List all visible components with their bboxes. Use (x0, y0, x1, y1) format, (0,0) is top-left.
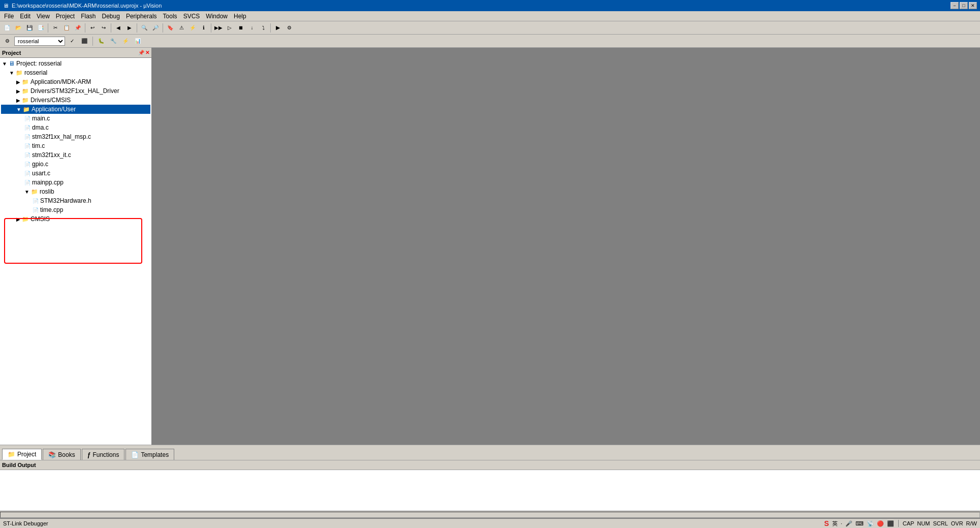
sim-btn[interactable]: ▶▶ (213, 23, 224, 33)
build-all-btn[interactable]: ⚙ (284, 23, 294, 33)
new-file-btn[interactable]: 📄 (2, 23, 12, 33)
dbg3-btn[interactable]: 📊 (133, 36, 143, 46)
status-debugger: ST-Link Debugger (3, 520, 48, 526)
tab-functions[interactable]: ƒ Functions (82, 449, 125, 460)
save-all-btn[interactable]: 📑 (36, 23, 46, 33)
menu-tools[interactable]: Tools (160, 12, 180, 21)
flash-btn[interactable]: ⚡ (120, 36, 131, 46)
build-scroll-area[interactable] (0, 511, 980, 518)
tab-books-icon: 📚 (48, 451, 56, 458)
tab-project-icon: 📁 (8, 451, 15, 458)
tree-node-stm32-msp[interactable]: 📄 stm32f1xx_hal_msp.c (1, 132, 150, 141)
tree-node-gpio-c[interactable]: 📄 gpio.c (1, 160, 150, 169)
menu-debug[interactable]: Debug (99, 12, 123, 21)
tree-node-drivers-cmsis[interactable]: ▶ 📁 Drivers/CMSIS (1, 96, 150, 105)
close-panel-icon[interactable]: ✕ (145, 50, 149, 55)
tree-label-drivers-stm32: Drivers/STM32F1xx_HAL_Driver (30, 87, 119, 95)
tab-templates[interactable]: 📄 Templates (125, 449, 174, 460)
project-icon: 🖥 (9, 60, 15, 67)
menu-help[interactable]: Help (231, 12, 249, 21)
tree-node-stm32hw[interactable]: 📄 STM32Hardware.h (1, 196, 150, 205)
tree-node-roslib[interactable]: ▼ 📁 roslib (1, 187, 150, 196)
tree-node-tim-c[interactable]: 📄 tim.c (1, 141, 150, 150)
file-icon4: 📄 (24, 143, 30, 149)
tree-node-cmsis[interactable]: ▶ 📁 CMSIS (1, 214, 150, 224)
tree-label-time-cpp: time.cpp (40, 206, 63, 213)
nav-back-btn[interactable]: ◀ (113, 23, 123, 33)
undo-btn[interactable]: ↩ (87, 23, 98, 33)
project-panel-title: Project (2, 50, 21, 56)
project-header: Project 📌 ✕ (0, 48, 151, 58)
tree-node-rosserial[interactable]: ▼ 📁 rosserial (1, 68, 150, 77)
tree-node-app-mdk[interactable]: ▶ 📁 Application/MDK-ARM (1, 77, 150, 86)
maximize-button[interactable]: □ (960, 2, 968, 9)
tree-label-cmsis: CMSIS (30, 215, 50, 223)
tree-node-stm32-it[interactable]: 📄 stm32f1xx_it.c (1, 150, 150, 160)
find2-btn[interactable]: 🔎 (150, 23, 161, 33)
pin-icon[interactable]: 📌 (138, 50, 144, 55)
title-text: 🖥 E:\workspace\rosserial\MDK-ARM\rosseri… (3, 3, 162, 9)
open-btn[interactable]: 📂 (13, 23, 23, 33)
build2-btn[interactable]: ⬛ (79, 36, 89, 46)
menu-view[interactable]: View (34, 12, 53, 21)
status-rw: R/W (966, 520, 977, 526)
run-btn[interactable]: ▷ (225, 23, 235, 33)
cut-btn[interactable]: ✂ (50, 23, 60, 33)
menu-peripherals[interactable]: Peripherals (123, 12, 160, 21)
stop-btn[interactable]: ⏹ (236, 23, 246, 33)
bookmark-btn[interactable]: 🔖 (165, 23, 175, 33)
sep-status (898, 520, 899, 527)
expand-icon2: ▼ (9, 70, 14, 76)
prev-err-btn[interactable]: ⚠ (176, 23, 186, 33)
copy-btn[interactable]: 📋 (61, 23, 72, 33)
dbg2-btn[interactable]: 🔧 (108, 36, 118, 46)
tab-project[interactable]: 📁 Project (2, 449, 42, 460)
step-btn[interactable]: ↓ (247, 23, 257, 33)
sep8 (92, 37, 93, 46)
tab-books[interactable]: 📚 Books (43, 449, 80, 460)
sep7 (270, 23, 271, 33)
target-dropdown[interactable]: rosserial (14, 37, 65, 46)
find-btn[interactable]: 🔍 (139, 23, 149, 33)
menu-flash[interactable]: Flash (78, 12, 99, 21)
tree-node-drivers-stm32[interactable]: ▶ 📁 Drivers/STM32F1xx_HAL_Driver (1, 86, 150, 96)
menu-project[interactable]: Project (53, 12, 78, 21)
tree-node-project[interactable]: ▼ 🖥 Project: rosserial (1, 59, 150, 68)
save-btn[interactable]: 💾 (24, 23, 35, 33)
tab-functions-label: Functions (92, 451, 119, 458)
bottom-tabs: 📁 Project 📚 Books ƒ Functions 📄 Template… (0, 445, 980, 460)
keyboard-icon: ⌨ (856, 520, 864, 527)
folder-icon7: 📁 (22, 216, 29, 223)
tree-node-app-user[interactable]: ▼ 📁 Application/User (1, 105, 150, 114)
expand-icon7: ▼ (24, 189, 29, 195)
menu-edit[interactable]: Edit (17, 12, 34, 21)
build-btn[interactable]: ▶ (273, 23, 283, 33)
menu-svcs[interactable]: SVCS (180, 12, 203, 21)
folder-icon6: 📁 (31, 189, 38, 195)
next-err-btn[interactable]: ⚡ (187, 23, 198, 33)
info-btn[interactable]: ℹ (199, 23, 209, 33)
step-over-btn[interactable]: ⤵ (258, 23, 268, 33)
tree-label-stm32-msp: stm32f1xx_hal_msp.c (32, 133, 91, 140)
tree-node-time-cpp[interactable]: 📄 time.cpp (1, 205, 150, 214)
minimize-button[interactable]: − (951, 2, 959, 9)
nav-fwd-btn[interactable]: ▶ (124, 23, 135, 33)
tree-node-dma-c[interactable]: 📄 dma.c (1, 123, 150, 132)
paste-btn[interactable]: 📌 (73, 23, 83, 33)
horizontal-scrollbar[interactable] (0, 512, 980, 518)
project-panel: Project 📌 ✕ ▼ 🖥 Project: rosserial ▼ 📁 r… (0, 48, 152, 445)
close-button[interactable]: ✕ (969, 2, 977, 9)
redo-btn[interactable]: ↪ (99, 23, 109, 33)
target-settings-btn[interactable]: ⚙ (2, 36, 12, 46)
tree-label-stm32hw: STM32Hardware.h (40, 197, 91, 204)
mic-icon: 🎤 (845, 520, 852, 527)
tree-node-mainpp-cpp[interactable]: 📄 mainpp.cpp (1, 178, 150, 187)
tree-node-usart-c[interactable]: 📄 usart.c (1, 169, 150, 178)
menu-window[interactable]: Window (203, 12, 231, 21)
tree-node-main-c[interactable]: 📄 main.c (1, 114, 150, 123)
tree-label-app-mdk: Application/MDK-ARM (30, 78, 91, 85)
menu-file[interactable]: File (1, 12, 17, 21)
app-icon: 🖥 (3, 3, 9, 9)
dbg-btn[interactable]: 🐛 (96, 36, 106, 46)
check-btn[interactable]: ✓ (67, 36, 77, 46)
